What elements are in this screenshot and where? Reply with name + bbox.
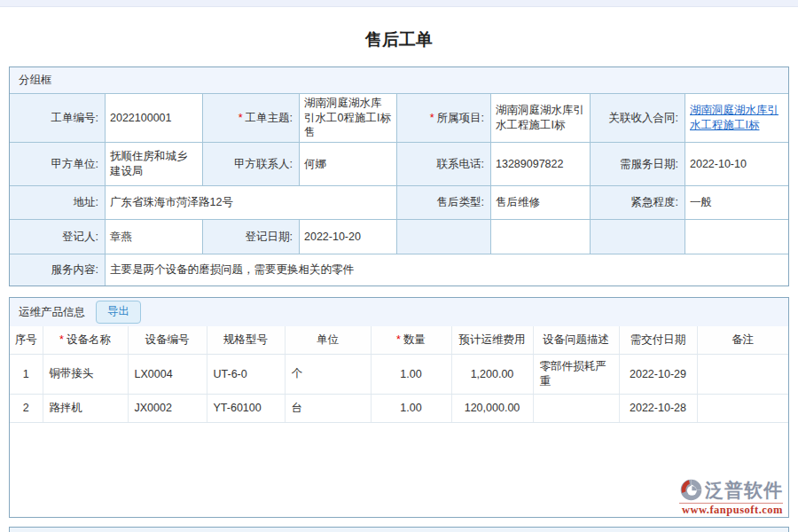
cell-unit: 个 — [285, 354, 371, 394]
export-button[interactable]: 导出 — [96, 301, 141, 324]
col-header-issue: 设备问题描述 — [533, 326, 619, 354]
cell-note — [697, 394, 788, 422]
field-label-project: *所属项目: — [397, 94, 490, 142]
col-header-seq: 序号 — [10, 326, 43, 354]
field-value-income-contract: 湖南洞庭湖水库引水工程施工I标 — [685, 94, 788, 142]
field-label-income-contract: 关联收入合同: — [591, 94, 685, 142]
field-value-order-no: 2022100001 — [106, 94, 202, 142]
income-contract-link[interactable]: 湖南洞庭湖水库引水工程施工I标 — [690, 103, 784, 133]
field-label-address: 地址: — [10, 186, 105, 219]
table-row: 1 铜带接头 LX0004 UT-6-0 个 1.00 1,200.00 零部件… — [10, 354, 788, 394]
field-value-aftersales-type: 售后维修 — [491, 186, 590, 219]
products-table: 序号 *设备名称 设备编号 规格型号 单位 *数量 预计运维费用 设备问题描述 … — [10, 326, 788, 423]
col-header-device-code: 设备编号 — [128, 326, 207, 354]
empty-value-cell — [685, 220, 788, 254]
field-value-registrant: 章燕 — [106, 220, 202, 254]
cell-note — [697, 354, 788, 394]
products-panel: 运维产品信息 导出 序号 *设备名称 设备编号 规格型号 单位 *数量 预计运维… — [9, 297, 789, 518]
table-row: 2 路拌机 JX0002 YT-60100 台 1.00 120,000.00 … — [10, 394, 788, 422]
group-box-panel: 分组框 工单编号: 2022100001 *工单主题: 湖南洞庭湖水库引水工0程… — [9, 66, 789, 286]
field-label-service-content: 服务内容: — [10, 254, 105, 286]
cell-qty: 1.00 — [371, 394, 451, 422]
cell-seq: 1 — [10, 354, 43, 394]
field-label-aftersales-type: 售后类型: — [397, 186, 490, 219]
empty-label-cell — [591, 220, 685, 254]
required-marker: * — [396, 333, 401, 346]
cell-device-name: 路拌机 — [43, 394, 128, 422]
field-value-project: 湖南洞庭湖水库引水工程施工I标 — [491, 94, 590, 142]
col-header-due-date: 需交付日期 — [619, 326, 697, 354]
page-title: 售后工单 — [0, 28, 798, 51]
watermark-url: www.fanpusoft.com — [679, 503, 783, 516]
cell-device-code: LX0004 — [128, 354, 207, 394]
field-label-order-no: 工单编号: — [10, 94, 105, 142]
next-group-box-panel — [9, 527, 789, 532]
products-section-label: 运维产品信息 — [19, 305, 85, 320]
field-value-party-a-unit: 抚顺住房和城乡建设局 — [106, 143, 202, 185]
work-order-form: 工单编号: 2022100001 *工单主题: 湖南洞庭湖水库引水工0程施工I标… — [10, 93, 788, 286]
fanpu-logo-icon — [679, 478, 703, 502]
col-header-device-name: *设备名称 — [43, 326, 128, 354]
field-value-service-date: 2022-10-10 — [685, 143, 788, 185]
top-strip — [0, 0, 798, 7]
field-label-phone: 联系电话: — [397, 143, 490, 185]
cell-model: UT-6-0 — [207, 354, 285, 394]
products-header-row: 序号 *设备名称 设备编号 规格型号 单位 *数量 预计运维费用 设备问题描述 … — [10, 326, 788, 354]
field-label-urgency: 紧急程度: — [591, 186, 685, 219]
col-header-unit: 单位 — [285, 326, 371, 354]
cell-unit: 台 — [285, 394, 371, 422]
cell-due-date: 2022-10-28 — [619, 394, 697, 422]
required-marker: * — [239, 112, 243, 124]
field-label-party-a-unit: 甲方单位: — [10, 143, 105, 185]
col-header-cost: 预计运维费用 — [451, 326, 533, 354]
empty-label-cell — [397, 220, 490, 254]
field-value-address: 广东省珠海市菏泽路12号 — [106, 186, 396, 219]
cell-model: YT-60100 — [207, 394, 285, 422]
cell-issue: 零部件损耗严重 — [533, 354, 619, 394]
col-header-qty: *数量 — [371, 326, 451, 354]
cell-issue — [533, 394, 619, 422]
cell-qty: 1.00 — [371, 354, 451, 394]
watermark: 泛普软件 www.fanpusoft.com — [679, 478, 783, 516]
field-label-service-date: 需服务日期: — [591, 143, 685, 185]
cell-device-code: JX0002 — [128, 394, 207, 422]
products-header: 运维产品信息 导出 — [10, 298, 788, 326]
cell-due-date: 2022-10-29 — [619, 354, 697, 394]
required-marker: * — [430, 112, 434, 124]
cell-seq: 2 — [10, 394, 43, 422]
col-header-model: 规格型号 — [207, 326, 285, 354]
cell-device-name: 铜带接头 — [43, 354, 128, 394]
group-box-header: 分组框 — [10, 67, 788, 93]
col-header-note: 备注 — [697, 326, 788, 354]
empty-value-cell — [491, 220, 590, 254]
required-marker: * — [59, 333, 64, 346]
group-box-label: 分组框 — [19, 73, 52, 88]
field-value-party-a-contact: 何娜 — [300, 143, 396, 185]
cell-cost: 1,200.00 — [451, 354, 533, 394]
field-label-registrant: 登记人: — [10, 220, 105, 254]
cell-cost: 120,000.00 — [451, 394, 533, 422]
field-value-phone: 13289097822 — [491, 143, 590, 185]
field-label-party-a-contact: 甲方联系人: — [203, 143, 299, 185]
field-value-subject: 湖南洞庭湖水库引水工0程施工I标售 — [300, 94, 396, 142]
field-value-urgency: 一般 — [685, 186, 788, 219]
field-label-register-date: 登记日期: — [203, 220, 299, 254]
field-label-subject: *工单主题: — [203, 94, 299, 142]
watermark-brand: 泛普软件 — [705, 481, 783, 499]
field-value-register-date: 2022-10-20 — [300, 220, 396, 254]
field-value-service-content: 主要是两个设备的磨损问题，需要更换相关的零件 — [106, 254, 788, 286]
